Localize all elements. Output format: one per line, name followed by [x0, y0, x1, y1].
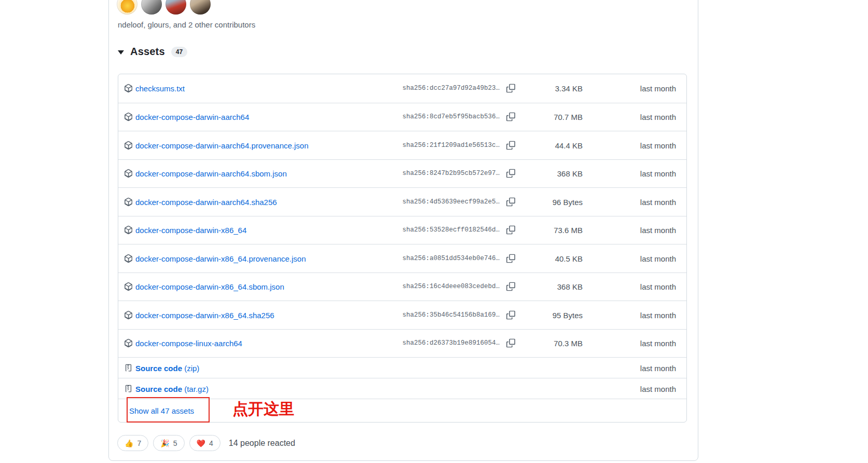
heart-icon: ❤️ [197, 440, 205, 447]
package-icon [124, 339, 133, 348]
asset-hash: sha256:dcc27a97d92a49b23… [402, 85, 500, 92]
asset-date: last month [640, 141, 676, 149]
contributors-text: ndeloof, glours, and 2 other contributor… [118, 20, 255, 29]
asset-size: 3.34 KB [555, 84, 583, 93]
reaction-count: 4 [209, 439, 213, 447]
package-icon [124, 226, 133, 235]
asset-row: docker-compose-darwin-aarch64.sbom.json … [118, 159, 686, 188]
contributor-avatar[interactable] [117, 0, 137, 15]
asset-file-link[interactable]: docker-compose-darwin-aarch64.sha256 [135, 197, 277, 206]
reaction-heart-button[interactable]: ❤️ 4 [189, 435, 221, 451]
source-code-zip-link[interactable]: Source code (zip) [135, 363, 199, 372]
package-icon [124, 141, 133, 149]
reaction-party-button[interactable]: 🎉 5 [153, 435, 184, 451]
asset-row: docker-compose-darwin-aarch64 sha256:8cd… [118, 103, 686, 131]
party-popper-icon: 🎉 [160, 440, 169, 447]
asset-file-link[interactable]: docker-compose-darwin-x86_64.sha256 [135, 310, 274, 319]
copy-icon[interactable] [506, 254, 515, 263]
asset-date: last month [640, 363, 676, 372]
copy-icon[interactable] [506, 339, 515, 348]
package-icon [124, 254, 133, 263]
asset-date: last month [640, 197, 676, 206]
asset-date: last month [640, 113, 676, 121]
release-page: ndeloof, glours, and 2 other contributor… [0, 0, 868, 463]
asset-size: 44.4 KB [555, 141, 583, 149]
assets-count-badge: 47 [171, 47, 187, 57]
asset-row: docker-compose-darwin-x86_64.provenance.… [118, 244, 686, 273]
assets-header: Assets 47 [118, 46, 187, 58]
reaction-thumbs-up-button[interactable]: 👍 7 [117, 435, 148, 451]
asset-file-link[interactable]: docker-compose-darwin-x86_64 [135, 226, 246, 235]
copy-icon[interactable] [506, 282, 515, 291]
copy-icon[interactable] [506, 310, 515, 319]
reactions-bar: 👍 7 🎉 5 ❤️ 4 14 people reacted [117, 435, 295, 451]
asset-row: docker-compose-darwin-x86_64 sha256:5352… [118, 216, 686, 244]
annotation-text: 点开这里 [232, 399, 295, 420]
source-code-row: Source code (zip) last month [118, 357, 686, 378]
asset-file-link[interactable]: docker-compose-linux-aarch64 [135, 339, 242, 348]
source-code-label: Source code [135, 363, 182, 372]
asset-file-link[interactable]: docker-compose-darwin-x86_64.sbom.json [135, 282, 284, 291]
contributor-avatars [117, 0, 211, 15]
asset-date: last month [640, 169, 676, 178]
package-icon [124, 282, 133, 291]
caret-down-icon[interactable] [118, 50, 124, 55]
asset-row: docker-compose-darwin-aarch64.provenance… [118, 131, 686, 159]
thumbs-up-icon: 👍 [125, 440, 133, 447]
asset-size: 70.7 MB [554, 113, 583, 121]
contributor-avatar[interactable] [141, 0, 162, 15]
asset-hash: sha256:d26373b19e8916054… [402, 339, 500, 347]
asset-date: last month [640, 226, 676, 235]
assets-table: checksums.txt sha256:dcc27a97d92a49b23… … [118, 74, 687, 423]
asset-hash: sha256:4d53639eecf99a2e5… [402, 198, 500, 206]
source-code-label: Source code [135, 384, 182, 393]
source-code-format: (zip) [184, 363, 199, 372]
asset-row: docker-compose-darwin-x86_64.sha256 sha2… [118, 301, 686, 329]
asset-date: last month [640, 339, 676, 348]
asset-date: last month [640, 84, 676, 93]
asset-size: 368 KB [557, 169, 583, 178]
asset-size: 40.5 KB [555, 254, 583, 263]
asset-hash: sha256:53528ecff0182546d… [402, 226, 500, 234]
asset-hash: sha256:35b46c54156b8a169… [402, 311, 500, 319]
asset-row: checksums.txt sha256:dcc27a97d92a49b23… … [118, 74, 686, 103]
reaction-count: 7 [137, 439, 141, 447]
asset-date: last month [640, 282, 676, 291]
asset-size: 96 Bytes [553, 197, 583, 206]
package-icon [124, 310, 133, 319]
copy-icon[interactable] [506, 141, 515, 149]
asset-hash: sha256:21f1209ad1e56513c… [402, 142, 500, 149]
copy-icon[interactable] [506, 113, 515, 121]
asset-hash: sha256:8cd7eb5f95bacb536… [402, 113, 500, 120]
asset-hash: sha256:a0851dd534eb0e746… [402, 255, 500, 262]
copy-icon[interactable] [506, 84, 515, 93]
contributor-avatar[interactable] [190, 0, 211, 15]
asset-row: docker-compose-darwin-aarch64.sha256 sha… [118, 187, 686, 216]
source-code-format: (tar.gz) [184, 384, 209, 393]
asset-file-link[interactable]: docker-compose-darwin-x86_64.provenance.… [135, 254, 306, 263]
asset-size: 95 Bytes [553, 310, 583, 319]
show-all-assets-link[interactable]: Show all 47 assets [129, 406, 194, 415]
contributor-avatar[interactable] [166, 0, 186, 15]
package-icon [124, 113, 133, 121]
file-zip-icon [125, 364, 132, 372]
copy-icon[interactable] [506, 226, 515, 235]
source-code-targz-link[interactable]: Source code (tar.gz) [135, 384, 209, 393]
asset-row: docker-compose-linux-aarch64 sha256:d263… [118, 329, 686, 358]
reaction-count: 5 [173, 439, 177, 447]
asset-date: last month [640, 254, 676, 263]
copy-icon[interactable] [506, 197, 515, 206]
copy-icon[interactable] [506, 169, 515, 178]
asset-file-link[interactable]: docker-compose-darwin-aarch64.sbom.json [135, 169, 287, 178]
package-icon [124, 84, 133, 93]
asset-file-link[interactable]: docker-compose-darwin-aarch64 [135, 113, 249, 121]
asset-date: last month [640, 310, 676, 319]
asset-size: 73.6 MB [554, 226, 583, 235]
package-icon [124, 197, 133, 206]
assets-title: Assets [130, 46, 165, 58]
asset-hash: sha256:16c4deee083cedebd… [402, 283, 500, 290]
asset-file-link[interactable]: checksums.txt [135, 84, 185, 93]
asset-file-link[interactable]: docker-compose-darwin-aarch64.provenance… [135, 141, 309, 149]
asset-size: 70.3 MB [554, 339, 583, 348]
reaction-summary: 14 people reacted [229, 439, 295, 448]
